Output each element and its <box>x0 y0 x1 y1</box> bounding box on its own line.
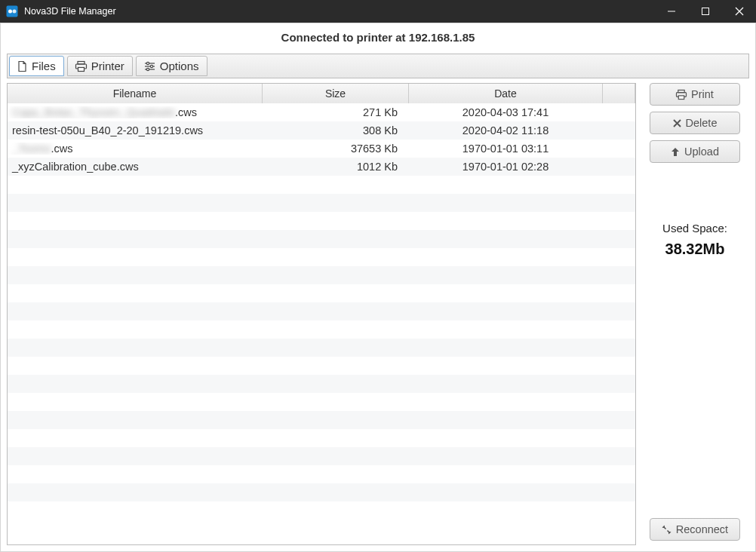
table-row-empty <box>8 320 635 339</box>
cell-size: 37653 Kb <box>263 143 409 155</box>
window-minimize-button[interactable] <box>654 0 688 23</box>
table-row-empty <box>8 339 635 357</box>
cell-filename: Capa_Botao_Thyssen_Quadrado.cws <box>8 106 263 118</box>
tab-bar: Files Printer Options <box>7 54 749 78</box>
table-row[interactable]: resin-test-050u_B40_2-20_191219.cws308 K… <box>8 121 635 140</box>
column-header-size[interactable]: Size <box>263 84 409 103</box>
table-row[interactable]: _xyzCalibration_cube.cws1012 Kb1970-01-0… <box>8 158 635 176</box>
cell-size: 271 Kb <box>263 106 409 118</box>
table-body: Capa_Botao_Thyssen_Quadrado.cws271 Kb202… <box>8 103 635 544</box>
table-row[interactable]: _Toomo.cws37653 Kb1970-01-01 03:11 <box>8 140 635 158</box>
table-header: Filename Size Date <box>8 84 635 103</box>
window-close-button[interactable] <box>722 0 756 23</box>
reconnect-icon <box>662 525 671 535</box>
column-header-extra <box>603 84 635 103</box>
cell-date: 2020-04-03 17:41 <box>409 106 603 118</box>
table-row-empty <box>8 465 635 483</box>
inner-panel: Files Printer Options <box>1 51 755 551</box>
delete-button[interactable]: Delete <box>650 112 740 134</box>
table-row-empty <box>8 284 635 302</box>
window-titlebar: Nova3D File Manager <box>0 0 756 23</box>
svg-rect-4 <box>702 8 708 15</box>
app-icon <box>6 5 18 17</box>
table-row-empty <box>8 230 635 248</box>
table-row-empty <box>8 176 635 194</box>
cell-size: 308 Kb <box>263 124 409 136</box>
cell-size: 1012 Kb <box>263 161 409 173</box>
tab-files[interactable]: Files <box>9 56 64 76</box>
main-panel: Connected to printer at 192.168.1.85 Fil… <box>0 23 756 552</box>
table-row-empty <box>8 302 635 320</box>
printer-icon <box>75 61 87 72</box>
svg-point-13 <box>150 65 152 67</box>
tab-options-label: Options <box>160 60 199 72</box>
tab-printer[interactable]: Printer <box>67 56 133 76</box>
connection-status: Connected to printer at 192.168.1.85 <box>1 23 755 51</box>
cell-filename: _xyzCalibration_cube.cws <box>8 161 263 173</box>
delete-button-label: Delete <box>686 117 718 129</box>
cell-date: 1970-01-01 03:11 <box>409 143 603 155</box>
table-row-empty <box>8 483 635 501</box>
svg-rect-9 <box>78 67 84 71</box>
print-button-label: Print <box>691 88 714 100</box>
table-row-empty <box>8 429 635 447</box>
used-space-label: Used Space: <box>641 222 749 235</box>
column-header-date[interactable]: Date <box>409 84 603 103</box>
printer-icon <box>676 90 687 100</box>
reconnect-button[interactable]: Reconnect <box>650 518 740 541</box>
svg-point-2 <box>13 10 17 14</box>
svg-point-1 <box>8 10 12 14</box>
cell-filename: resin-test-050u_B40_2-20_191219.cws <box>8 124 263 136</box>
print-button[interactable]: Print <box>650 83 740 106</box>
file-table: Filename Size Date Capa_Botao_Thyssen_Qu… <box>7 83 636 545</box>
table-row-empty <box>8 212 635 230</box>
cell-date: 1970-01-01 02:28 <box>409 161 603 173</box>
upload-icon <box>671 147 680 157</box>
tab-printer-label: Printer <box>91 60 124 72</box>
used-space-panel: Used Space: 38.32Mb <box>641 222 749 258</box>
window-maximize-button[interactable] <box>688 0 722 23</box>
cell-date: 2020-04-02 11:18 <box>409 124 603 136</box>
tab-content-files: Filename Size Date Capa_Botao_Thyssen_Qu… <box>7 83 749 545</box>
svg-point-15 <box>146 68 149 70</box>
upload-button[interactable]: Upload <box>650 140 740 163</box>
table-row-empty <box>8 194 635 212</box>
table-row-empty <box>8 501 635 520</box>
window-controls <box>654 0 756 23</box>
delete-icon <box>673 119 681 127</box>
actions-sidebar: Print Delete Upload Used Space: 38. <box>641 83 749 545</box>
table-row[interactable]: Capa_Botao_Thyssen_Quadrado.cws271 Kb202… <box>8 103 635 121</box>
column-header-filename[interactable]: Filename <box>8 84 263 103</box>
options-icon <box>144 61 155 72</box>
used-space-value: 38.32Mb <box>641 241 749 258</box>
table-row-empty <box>8 393 635 411</box>
table-row-empty <box>8 266 635 284</box>
file-icon <box>17 61 27 72</box>
table-row-empty <box>8 357 635 375</box>
cell-filename: _Toomo.cws <box>8 143 263 155</box>
table-row-empty <box>8 375 635 393</box>
table-row-empty <box>8 447 635 465</box>
window-title: Nova3D File Manager <box>24 6 654 17</box>
svg-rect-18 <box>678 95 684 99</box>
reconnect-button-label: Reconnect <box>676 523 728 535</box>
table-row-empty <box>8 411 635 429</box>
svg-point-11 <box>146 62 149 64</box>
tab-files-label: Files <box>32 60 56 72</box>
tab-options[interactable]: Options <box>136 56 207 76</box>
table-row-empty <box>8 248 635 266</box>
upload-button-label: Upload <box>684 146 719 158</box>
